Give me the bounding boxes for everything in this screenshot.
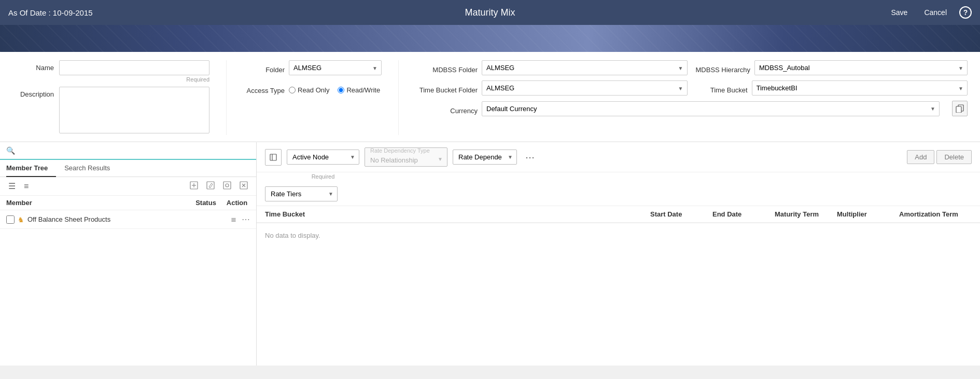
expand-all-icon[interactable]: ☰ <box>6 180 18 192</box>
name-label: Name <box>12 60 54 72</box>
mdbss-hierarchy-select[interactable]: MDBSS_Autobal <box>754 60 968 75</box>
tab-search-results[interactable]: Search Results <box>64 160 118 177</box>
panel-toggle-button[interactable] <box>265 149 282 166</box>
tree-toolbar: ☰ ≡ <box>0 177 256 196</box>
access-type-group: Read Only Read/Write <box>289 83 380 94</box>
rate-depend-select[interactable]: Rate Depende <box>453 150 517 165</box>
col-end-date-header: End Date <box>712 210 775 218</box>
access-type-label: Access Type <box>243 83 285 94</box>
right-panel: Active Node ▼ Rate Dependency Type No Re… <box>257 142 980 366</box>
active-node-control: Active Node ▼ <box>287 150 359 165</box>
rate-dep-arrow: ▼ <box>438 156 443 161</box>
col-amortization-term-header: Amortization Term <box>899 210 972 218</box>
as-of-date: As Of Date : 10-09-2015 <box>8 8 93 17</box>
page-title: Maturity Mix <box>465 7 515 18</box>
time-bucket-folder-select[interactable]: ALMSEG <box>482 80 688 96</box>
svg-rect-1 <box>956 106 961 113</box>
help-button[interactable]: ? <box>959 6 972 19</box>
data-table: Time Bucket Start Date End Date Maturity… <box>257 206 980 366</box>
mdbss-folder-label: MDBSS Folder <box>415 62 478 74</box>
row-label: Off Balance Sheet Products <box>27 215 228 223</box>
time-bucket-label: Time Bucket <box>696 82 748 94</box>
description-input[interactable] <box>59 87 209 133</box>
collapse-all-icon[interactable]: ≡ <box>22 181 31 192</box>
rate-tiers-select[interactable]: Rate Tiers <box>265 186 338 201</box>
rate-tiers-bar: Rate Tiers ▼ <box>257 182 980 206</box>
more-options-button[interactable]: ⋯ <box>522 151 539 164</box>
row-checkbox[interactable] <box>6 215 15 224</box>
no-data-message: No data to display. <box>257 223 980 248</box>
search-icon: 🔍 <box>6 146 15 155</box>
form-left: Name Required Description <box>12 60 209 135</box>
form-mid: Folder ALMSEG ▼ Access Type Read Only Re… <box>226 60 382 135</box>
active-node-dropdown: Active Node ▼ <box>287 150 359 165</box>
view-node-icon[interactable] <box>221 180 233 192</box>
add-delete-group: Add Delete <box>907 150 972 164</box>
svg-rect-5 <box>207 182 214 189</box>
form-right: MDBSS Folder ALMSEG ▼ MDBSS Hierarchy MD… <box>398 60 968 135</box>
col-multiplier-header: Multiplier <box>837 210 899 218</box>
row-folder-icon: ♞ <box>18 215 24 224</box>
mdbss-hierarchy-label: MDBSS Hierarchy <box>696 62 750 74</box>
controls-bar: Active Node ▼ Rate Dependency Type No Re… <box>257 142 980 172</box>
row-actions-menu[interactable]: ⋯ <box>242 214 250 224</box>
rate-tiers-control: Rate Tiers ▼ <box>265 186 338 201</box>
tree-table-header: Member Status Action <box>0 196 256 210</box>
name-required: Required <box>59 76 209 83</box>
top-form: Name Required Description Folder ALMSEG … <box>0 52 980 142</box>
col-maturity-term-header: Maturity Term <box>775 210 837 218</box>
delete-node-icon[interactable] <box>237 180 250 192</box>
col-action-header: Action <box>224 199 250 207</box>
folder-select[interactable]: ALMSEG <box>289 60 382 75</box>
header-actions: Save Cancel ? <box>887 6 972 19</box>
row-list-icon[interactable]: ≣ <box>231 215 236 223</box>
search-input[interactable] <box>19 147 250 155</box>
svg-rect-6 <box>223 182 231 189</box>
left-panel: 🔍 Member Tree Search Results ☰ ≡ <box>0 142 257 366</box>
name-input[interactable] <box>59 60 209 75</box>
required-note-area: Required <box>257 172 980 182</box>
currency-select[interactable]: Default Currency <box>482 101 940 116</box>
col-member-header: Member <box>6 199 188 207</box>
app-header: As Of Date : 10-09-2015 Maturity Mix Sav… <box>0 0 980 25</box>
search-box: 🔍 <box>0 142 256 160</box>
rate-dep-value: No Relationship <box>370 156 418 164</box>
rate-dep-type-label: Rate Dependency Type <box>370 147 430 154</box>
data-table-header: Time Bucket Start Date End Date Maturity… <box>257 206 980 223</box>
banner-strip <box>0 25 980 52</box>
mdbss-folder-select[interactable]: ALMSEG <box>482 60 688 75</box>
folder-label: Folder <box>243 62 285 74</box>
col-time-bucket-header: Time Bucket <box>265 210 650 218</box>
delete-button[interactable]: Delete <box>936 150 972 164</box>
active-node-required: Required <box>303 172 343 183</box>
rate-dependency-type-control: Rate Dependency Type No Relationship ▼ <box>365 147 447 167</box>
bottom-section: 🔍 Member Tree Search Results ☰ ≡ <box>0 142 980 366</box>
time-bucket-folder-label: Time Bucket Folder <box>415 82 478 94</box>
col-start-date-header: Start Date <box>650 210 712 218</box>
currency-label: Currency <box>415 103 478 115</box>
add-button[interactable]: Add <box>907 150 934 164</box>
cancel-button[interactable]: Cancel <box>920 6 951 19</box>
col-status-header: Status <box>188 199 224 207</box>
tabs-bar: Member Tree Search Results <box>0 160 256 177</box>
description-label: Description <box>12 87 54 98</box>
read-only-radio[interactable]: Read Only <box>289 86 329 94</box>
copy-button[interactable] <box>952 101 968 116</box>
rate-depend-control: Rate Depende ▼ <box>453 150 517 165</box>
table-row: ♞ Off Balance Sheet Products ≣ ⋯ <box>0 210 256 229</box>
save-button[interactable]: Save <box>887 6 912 19</box>
svg-rect-11 <box>270 154 276 160</box>
tab-member-tree[interactable]: Member Tree <box>6 160 56 177</box>
read-write-radio[interactable]: Read/Write <box>338 86 380 94</box>
active-node-select[interactable]: Active Node <box>287 150 359 165</box>
add-node-icon[interactable] <box>188 180 200 192</box>
svg-point-7 <box>226 184 229 187</box>
time-bucket-select[interactable]: TimebucketBI <box>752 80 968 96</box>
edit-node-icon[interactable] <box>204 180 217 192</box>
